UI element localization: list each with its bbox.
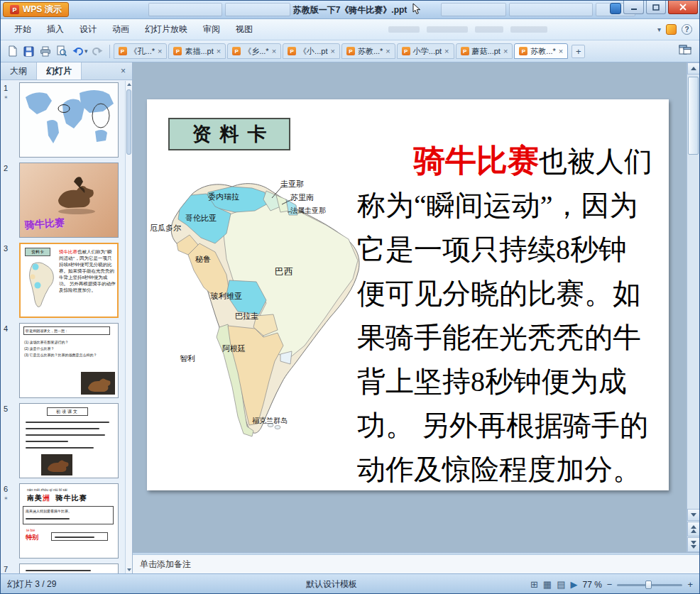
close-tab-icon[interactable]: × (330, 48, 334, 55)
close-tab-icon[interactable]: × (559, 48, 563, 55)
close-tab-icon[interactable]: × (444, 48, 449, 55)
main-vertical-scrollbar[interactable] (687, 62, 699, 552)
promo-icon[interactable] (666, 24, 677, 35)
menu-item-animation[interactable]: 动画 (104, 20, 137, 39)
thumb6-pinyin: nán měi zhōu qí niú bǐ sài (27, 488, 67, 492)
close-tab-icon[interactable]: × (503, 48, 508, 55)
doc-tab-xiang[interactable]: P 《乡...* × (227, 43, 281, 59)
save-button[interactable] (21, 43, 37, 60)
zoom-slider[interactable] (617, 579, 682, 590)
double-chevron-down-icon (691, 545, 696, 549)
statusbar-right-controls: ⊞ ▦ ▤ ▶ 77 % − + (530, 579, 693, 590)
menu-item-view[interactable]: 视图 (228, 20, 261, 39)
ppt-file-icon: P (461, 47, 469, 55)
doc-tab-mogu[interactable]: P 蘑菇...pt × (456, 43, 513, 59)
scroll-up-button[interactable] (687, 62, 700, 75)
slide-thumbnail-3-current[interactable]: 资料卡 骑牛比赛也被人们称为“瞬间运动”，因为它是一项只持续8秒钟便可见分晓的比… (19, 243, 119, 318)
menu-item-design[interactable]: 设计 (72, 20, 104, 39)
close-tab-icon[interactable]: × (385, 48, 390, 55)
redo-button[interactable] (89, 43, 106, 60)
thumb4-bull-photo (81, 372, 115, 395)
doc-tab-label: 小学...pt (413, 46, 442, 57)
zoom-out-icon[interactable]: − (607, 579, 613, 590)
previous-slide-button[interactable] (687, 522, 700, 537)
scrollbar-thumb[interactable] (688, 77, 699, 155)
menu-item-insert[interactable]: 插入 (39, 20, 72, 39)
wps-theme-icon[interactable] (610, 3, 621, 14)
menu-item-review[interactable]: 审阅 (195, 20, 228, 39)
thumb3-map-image (23, 260, 58, 314)
close-tab-icon[interactable]: × (217, 48, 221, 55)
menu-item-home[interactable]: 开始 (6, 20, 39, 39)
notes-pane[interactable]: 单击添加备注 (133, 552, 699, 573)
zoom-slider-thumb[interactable] (645, 581, 652, 589)
slide-thumbnail-6[interactable]: nán měi zhōu qí niú bǐ sài 南美洲 骑牛比赛 南美洲人… (19, 483, 119, 559)
normal-view-icon[interactable]: ⊞ (530, 580, 538, 589)
ppt-file-icon: P (173, 47, 182, 55)
slide-thumbnail-7[interactable] (19, 563, 119, 573)
help-icon[interactable]: ? (682, 24, 692, 35)
map-label-bolivia: 玻利维亚 (211, 291, 242, 302)
close-panel-icon[interactable]: × (114, 62, 132, 79)
scroll-down-button[interactable] (687, 509, 700, 521)
background-window-ghost (441, 3, 506, 16)
doc-tab-sujiao-active[interactable]: P 苏教...* × (514, 43, 568, 59)
notes-splitter[interactable] (133, 553, 699, 555)
tab-slides[interactable]: 幻灯片 (37, 62, 82, 79)
design-template-name[interactable]: 默认设计模板 (306, 578, 357, 590)
slide-thumbnail-1[interactable] (19, 82, 119, 158)
toolbar: ▾ P 《孔...* × P 素描...pt × P 《乡...* × P 《小… (1, 40, 699, 62)
bull-rider-image (48, 173, 105, 216)
print-preview-button[interactable] (53, 43, 70, 60)
app-menu-button[interactable]: P WPS 演示 (3, 2, 69, 17)
current-slide[interactable]: 资料卡 (147, 99, 669, 490)
animation-indicator-icon: ✶ (4, 495, 9, 502)
close-tab-icon[interactable]: × (272, 48, 276, 55)
undo-dropdown-icon[interactable]: ▾ (84, 48, 88, 55)
next-slide-button[interactable] (687, 537, 700, 552)
south-america-map[interactable]: 委内瑞拉 圭亚那 苏里南 法属圭亚那 哥伦比亚 厄瓜多尔 秘鲁 巴西 玻利维亚 … (148, 175, 368, 446)
thumb4-questions: (1) 这场比赛在那里进行的？ (2) 这是什么比赛？ (3) 它是怎么比赛的？… (24, 339, 114, 358)
doc-tab-kong[interactable]: P 《孔...* × (114, 43, 168, 59)
new-tab-button[interactable]: + (572, 45, 585, 58)
map-label-colombia: 哥伦比亚 (185, 213, 217, 224)
scroll-down-icon[interactable] (127, 568, 131, 571)
sidebar-scrollbar-thumb[interactable] (126, 89, 131, 155)
menubar-right-controls: ▾ ? (657, 24, 699, 35)
slide-thumbnail-4[interactable]: 听老师朗读课文，想一想： (1) 这场比赛在那里进行的？ (2) 这是什么比赛？… (19, 323, 119, 398)
maximize-button[interactable] (646, 1, 666, 14)
slide-sorter-view-icon[interactable]: ▦ (543, 580, 552, 589)
notes-placeholder[interactable]: 单击添加备注 (140, 559, 191, 571)
tab-outline[interactable]: 大纲 (1, 62, 37, 79)
print-button[interactable] (37, 43, 53, 60)
doc-tab-xiaoxue[interactable]: P 小学...pt × (397, 43, 454, 59)
undo-button[interactable] (70, 43, 86, 60)
new-file-button[interactable] (4, 43, 21, 60)
arrange-windows-icon[interactable] (679, 45, 691, 57)
thumbnail-row-5: 5 初读课文 (4, 403, 125, 478)
mouse-cursor-icon (412, 4, 421, 15)
slideshow-icon[interactable]: ▶ (570, 580, 577, 589)
close-tab-icon[interactable]: × (158, 48, 162, 55)
slide-thumbnail-5[interactable]: 初读课文 (19, 403, 119, 478)
doc-tab-sumiao[interactable]: P 素描...pt × (168, 43, 226, 59)
doc-tab-sujiao-1[interactable]: P 苏教...* × (341, 43, 395, 59)
doc-tab-xiao[interactable]: P 《小...pt × (283, 43, 340, 59)
reading-view-icon[interactable]: ▤ (557, 580, 565, 589)
menu-item-slideshow[interactable]: 幻灯片放映 (137, 20, 195, 39)
slide-thumbnail-2[interactable]: 骑牛比赛 (19, 163, 119, 238)
close-button[interactable] (668, 1, 698, 14)
slide-body-text[interactable]: 骑牛比赛也被人们称为“瞬间运动”，因为它是一项只持续8秒钟便可见分晓的比赛。如果… (357, 139, 654, 492)
minimize-button[interactable] (623, 1, 644, 14)
ppt-file-icon: P (288, 47, 296, 55)
sidebar-scrollbar[interactable] (125, 81, 132, 573)
zoom-in-icon[interactable]: + (687, 579, 693, 590)
wps-logo-icon: P (10, 5, 19, 14)
doc-tab-label: 素描...pt (185, 46, 213, 57)
background-window-ghost (225, 3, 290, 16)
scroll-up-icon[interactable] (127, 83, 131, 86)
zoom-level: 77 % (582, 580, 601, 590)
info-card-title[interactable]: 资料卡 (168, 118, 290, 150)
chevron-down-icon[interactable]: ▾ (657, 26, 661, 33)
slide-canvas[interactable]: 资料卡 (133, 62, 687, 552)
